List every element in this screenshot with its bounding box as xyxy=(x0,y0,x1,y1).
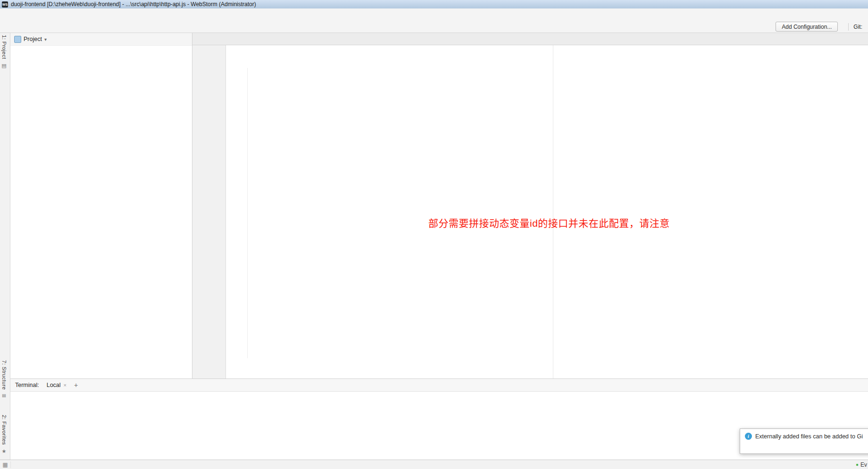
notification-text: Externally added files can be added to G… xyxy=(755,433,863,440)
structure-icon: ≣ xyxy=(1,394,7,398)
project-view-selector[interactable]: Project ▾ xyxy=(14,36,47,43)
code-editor[interactable] xyxy=(192,45,868,378)
editor-area xyxy=(192,33,868,378)
menu-bar xyxy=(0,8,868,21)
toolbar-divider xyxy=(848,23,849,31)
terminal-label: Terminal: xyxy=(15,382,39,388)
new-terminal-icon[interactable]: + xyxy=(74,381,78,389)
notification-popup: i Externally added files can be added to… xyxy=(740,428,868,454)
terminal-header: Terminal: Local× + xyxy=(10,379,868,392)
close-icon[interactable]: × xyxy=(64,382,67,388)
indent-guide xyxy=(247,68,248,358)
git-label: Git: xyxy=(853,24,862,30)
right-margin-guide xyxy=(553,45,553,378)
webstorm-logo-icon: WS xyxy=(2,1,8,8)
project-panel: Project ▾ xyxy=(10,33,192,378)
project-icon: ▤ xyxy=(1,63,7,69)
project-tree xyxy=(10,45,192,378)
window-title: duoji-frontend [D:\zheheWeb\duoji-fronte… xyxy=(11,1,256,8)
toolbar-right: Add Configuration... Git: xyxy=(776,22,865,32)
main-toolbar: Add Configuration... Git: xyxy=(0,21,868,33)
window-titlebar[interactable]: WS duoji-frontend [D:\zheheWeb\duoji-fro… xyxy=(0,0,868,8)
tool-window-button-project[interactable]: 1: Project ▤ xyxy=(1,35,8,71)
project-panel-header: Project ▾ xyxy=(10,33,192,46)
event-log-dot-icon: ● xyxy=(856,462,859,467)
terminal-tab-local[interactable]: Local× xyxy=(44,381,69,389)
star-icon: ★ xyxy=(1,448,7,454)
editor-tabs xyxy=(192,33,868,45)
add-configuration-button[interactable]: Add Configuration... xyxy=(776,22,838,32)
annotation-text: 部分需要拼接动态变量id的接口并未在此配置，请注意 xyxy=(428,215,670,230)
tool-window-button-favorites[interactable]: 2: Favorites ★ xyxy=(1,415,8,457)
project-badge-icon xyxy=(14,36,21,43)
info-icon: i xyxy=(745,433,752,440)
editor-gutter xyxy=(192,45,226,378)
code-lines xyxy=(192,45,868,46)
tool-window-switcher-icon[interactable]: ▦ xyxy=(0,461,11,468)
chevron-down-icon: ▾ xyxy=(44,37,47,42)
status-bar: ▦ ● Ev xyxy=(0,460,868,469)
tool-window-button-structure[interactable]: 7: Structure ≣ xyxy=(1,360,8,400)
event-log-widget[interactable]: ● Ev xyxy=(856,461,868,468)
